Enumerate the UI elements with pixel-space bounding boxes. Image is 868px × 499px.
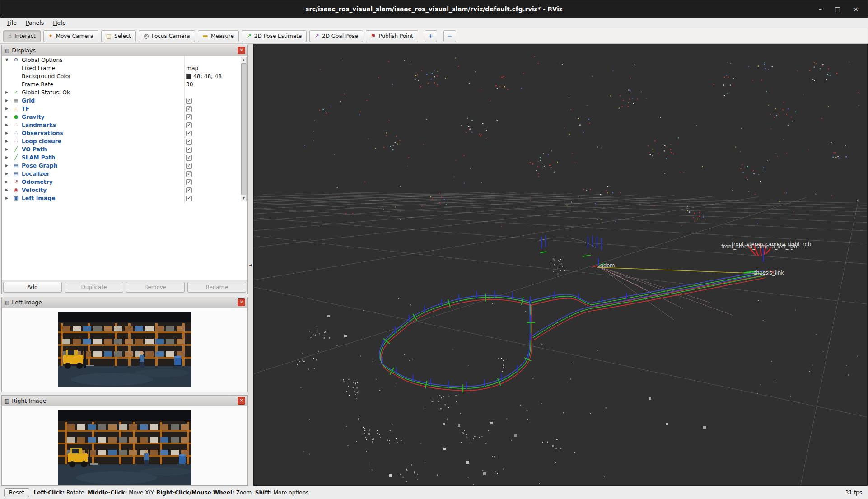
maximize-button[interactable]: □: [835, 5, 840, 13]
3d-viewport[interactable]: front_stereo_camera_left_rgbfront_stereo…: [253, 44, 868, 486]
measure-tool-button[interactable]: ▬Measure: [198, 30, 239, 42]
publish-point-tool-button[interactable]: ⚑Publish Point: [366, 30, 418, 42]
right-image-panel-header[interactable]: Right Image: [2, 396, 247, 406]
expander-closed-icon[interactable]: ▶: [5, 194, 11, 202]
tree-row-tf[interactable]: ▶⊥TF✓: [2, 105, 247, 113]
display-enabled-checkbox[interactable]: ✓: [186, 147, 192, 153]
measure-icon: ▬: [203, 33, 208, 39]
right-image-panel: Right Image: [1, 395, 248, 486]
left-image-panel-header[interactable]: Left Image: [2, 297, 247, 308]
left-image-panel-close-button[interactable]: [238, 298, 245, 306]
display-enabled-checkbox[interactable]: ✓: [186, 171, 192, 177]
tree-row-fixed-frame[interactable]: Fixed Framemap: [2, 64, 247, 72]
expander-closed-icon[interactable]: ▶: [5, 145, 11, 154]
remove-tool-icon: −: [447, 33, 452, 39]
tree-row-global-options[interactable]: ▼⚙Global Options: [2, 56, 247, 64]
image-icon: ▣: [12, 194, 20, 202]
main-area: Displays ▼⚙Global OptionsFixed FramemapB…: [0, 44, 868, 486]
expander-closed-icon[interactable]: ▶: [5, 113, 11, 121]
frame-label-front-stereo-camera-right-rgb: front_stereo_camera_right_rgb: [732, 241, 811, 247]
tree-row-global-status-ok[interactable]: ▶✓Global Status: Ok: [2, 89, 247, 97]
tool-label: Interact: [14, 33, 36, 39]
tree-item-value[interactable]: 30: [186, 80, 193, 89]
reset-button[interactable]: Reset: [4, 488, 29, 497]
expander-closed-icon[interactable]: ▶: [5, 186, 11, 194]
panel-icon: [4, 47, 9, 54]
tree-item-value[interactable]: map: [186, 64, 198, 72]
focus-camera-tool-button[interactable]: ◎Focus Camera: [139, 30, 195, 42]
expander-closed-icon[interactable]: ▶: [5, 105, 11, 113]
display-enabled-checkbox[interactable]: ✓: [186, 131, 192, 136]
value-text: map: [186, 64, 198, 72]
expander-closed-icon[interactable]: ▶: [5, 129, 11, 137]
statusbar: Reset Left-Click: Rotate. Middle-Click: …: [0, 486, 868, 499]
expander-closed-icon[interactable]: ▶: [5, 137, 11, 145]
displays-panel-close-button[interactable]: [238, 47, 245, 54]
displays-button-row: AddDuplicateRemoveRename: [2, 280, 247, 294]
tree-row-left-image[interactable]: ▶▣Left Image✓: [2, 194, 247, 202]
tree-row-frame-rate[interactable]: Frame Rate30: [2, 80, 247, 89]
tree-row-observations[interactable]: ▶∴Observations✓: [2, 129, 247, 137]
display-enabled-checkbox[interactable]: ✓: [186, 155, 192, 161]
slam-path-icon: ╱: [12, 154, 20, 162]
display-enabled-checkbox[interactable]: ✓: [186, 179, 192, 185]
expander-closed-icon[interactable]: ▶: [5, 170, 11, 178]
tree-item-label: Gravity: [22, 113, 45, 121]
display-enabled-checkbox[interactable]: ✓: [186, 122, 192, 128]
move-camera-tool-button[interactable]: ✦Move Camera: [43, 30, 98, 42]
expander-closed-icon[interactable]: ▶: [5, 97, 11, 105]
tree-row-localizer[interactable]: ▶▤Localizer✓: [2, 170, 247, 178]
tree-row-velocity[interactable]: ▶◉Velocity✓: [2, 186, 247, 194]
scrollbar-thumb[interactable]: [241, 63, 246, 195]
tree-row-pose-graph[interactable]: ▶▤Pose Graph✓: [2, 162, 247, 170]
titlebar[interactable]: src/isaac_ros_visual_slam/isaac_ros_visu…: [0, 0, 868, 18]
display-enabled-checkbox[interactable]: ✓: [186, 163, 192, 169]
remove-tool-icon-button[interactable]: −: [443, 30, 456, 42]
display-enabled-checkbox[interactable]: ✓: [186, 114, 192, 120]
2d-goal-pose-tool-button[interactable]: ↗2D Goal Pose: [309, 30, 363, 42]
interact-tool-button[interactable]: ☝Interact: [3, 30, 41, 42]
panel-splitter[interactable]: [248, 44, 253, 486]
add-button[interactable]: Add: [3, 282, 62, 293]
tree-item-value[interactable]: 48; 48; 48: [186, 72, 222, 80]
menu-file[interactable]: File: [3, 19, 21, 27]
odometry-icon: ↗: [12, 178, 20, 186]
tree-row-slam-path[interactable]: ▶╱SLAM Path✓: [2, 154, 247, 162]
add-tool-icon-button[interactable]: +: [425, 30, 437, 42]
frame-label-odom: odom: [600, 262, 615, 269]
expander-open-icon[interactable]: ▼: [5, 56, 11, 64]
2d-pose-estimate-tool-button[interactable]: ↗2D Pose Estimate: [242, 30, 307, 42]
minimize-button[interactable]: –: [819, 5, 822, 13]
add-tool-icon: +: [428, 33, 433, 39]
tree-row-grid[interactable]: ▶▦Grid✓: [2, 97, 247, 105]
select-tool-button[interactable]: ▢Select: [101, 30, 136, 42]
display-enabled-checkbox[interactable]: ✓: [186, 106, 192, 112]
tree-row-landmarks[interactable]: ▶∴Landmarks✓: [2, 121, 247, 129]
expander-closed-icon[interactable]: ▶: [5, 89, 11, 97]
hint-left-click: Left-Click: Rotate.: [34, 490, 88, 496]
right-image-panel-title: Right Image: [12, 397, 46, 404]
display-enabled-checkbox[interactable]: ✓: [186, 196, 192, 201]
display-enabled-checkbox[interactable]: ✓: [186, 187, 192, 193]
tree-row-vo-path[interactable]: ▶╱VO Path✓: [2, 145, 247, 154]
expander-closed-icon[interactable]: ▶: [5, 154, 11, 162]
displays-tree-scrollbar[interactable]: [241, 57, 247, 201]
close-window-button[interactable]: ×: [853, 5, 859, 13]
menu-panels[interactable]: Panels: [22, 19, 48, 27]
tree-row-loop-closure[interactable]: ▶∴Loop closure✓: [2, 137, 247, 145]
remove-button: Remove: [126, 282, 185, 293]
expander-closed-icon[interactable]: ▶: [5, 178, 11, 186]
expander-closed-icon[interactable]: ▶: [5, 162, 11, 170]
duplicate-button: Duplicate: [65, 282, 123, 293]
tree-item-label: Loop closure: [22, 137, 61, 145]
tool-label: 2D Goal Pose: [322, 33, 358, 39]
display-enabled-checkbox[interactable]: ✓: [186, 98, 192, 104]
display-enabled-checkbox[interactable]: ✓: [186, 139, 192, 145]
right-image-panel-close-button[interactable]: [238, 397, 245, 405]
tree-row-odometry[interactable]: ▶↗Odometry✓: [2, 178, 247, 186]
menu-help[interactable]: Help: [49, 19, 70, 27]
expander-closed-icon[interactable]: ▶: [5, 121, 11, 129]
tree-row-background-color[interactable]: Background Color48; 48; 48: [2, 72, 247, 80]
displays-panel-header[interactable]: Displays: [2, 45, 247, 56]
tree-row-gravity[interactable]: ▶●Gravity✓: [2, 113, 247, 121]
